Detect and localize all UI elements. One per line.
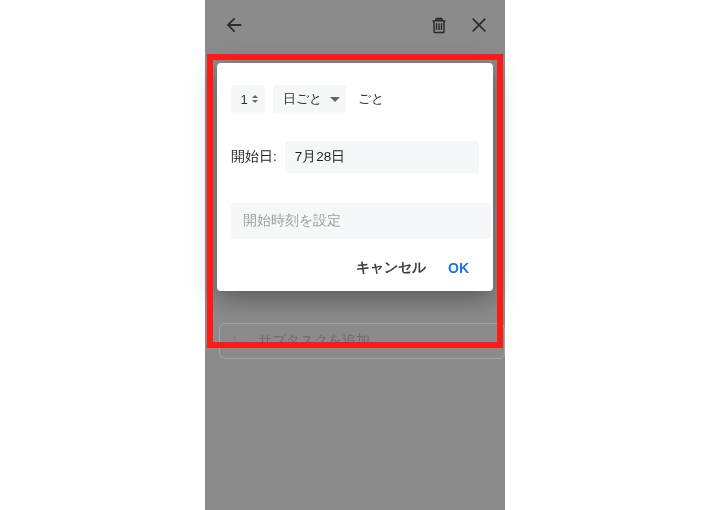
interval-row: 1 日ごと ごと: [231, 85, 479, 113]
interval-count-value: 1: [238, 92, 247, 107]
interval-count-input[interactable]: 1: [231, 85, 265, 113]
add-subtask-row[interactable]: サブタスクを追加: [219, 323, 505, 359]
interval-suffix: ごと: [358, 90, 384, 108]
back-arrow-icon: [223, 14, 245, 36]
start-date-label: 開始日:: [231, 148, 277, 166]
delete-button[interactable]: [429, 15, 449, 35]
interval-unit-value: 日ごと: [283, 90, 322, 108]
recurrence-dialog: 1 日ごと ごと 開始日: 7月28日 開始時刻を設定 キャンセル OK: [217, 63, 493, 291]
close-button[interactable]: [469, 15, 489, 35]
start-date-field[interactable]: 7月28日: [285, 141, 479, 173]
start-time-field[interactable]: 開始時刻を設定: [231, 203, 491, 239]
app-bar: [205, 5, 505, 45]
start-date-value: 7月28日: [295, 148, 346, 166]
subtask-arrow-icon: [232, 333, 248, 349]
chevron-down-icon: [330, 97, 340, 102]
phone-screen: サブタスクを追加 1 日ごと ごと 開始日: 7月28日: [205, 0, 505, 510]
cancel-button[interactable]: キャンセル: [356, 259, 426, 277]
back-button[interactable]: [223, 14, 245, 36]
ok-button[interactable]: OK: [448, 260, 469, 276]
dialog-buttons: キャンセル OK: [231, 259, 479, 281]
add-subtask-label: サブタスクを追加: [258, 332, 370, 350]
stepper-icon: [252, 95, 258, 103]
start-date-row: 開始日: 7月28日: [231, 141, 479, 173]
close-icon: [469, 15, 489, 35]
interval-unit-select[interactable]: 日ごと: [273, 85, 346, 113]
start-time-placeholder: 開始時刻を設定: [243, 212, 341, 230]
trash-icon: [429, 15, 449, 35]
